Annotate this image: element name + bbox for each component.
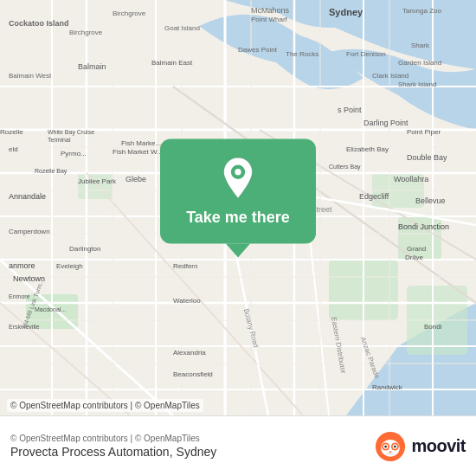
svg-text:Glebe: Glebe (125, 175, 146, 183)
svg-text:Balmain: Balmain (78, 62, 106, 71)
svg-text:Eveleigh: Eveleigh (56, 262, 83, 270)
popup-arrow (226, 244, 250, 258)
take-me-there-button[interactable]: Take me there (186, 209, 290, 227)
svg-text:Darling Point: Darling Point (363, 119, 408, 127)
svg-text:Jubilee Park: Jubilee Park (78, 177, 117, 185)
svg-text:Fort Denison: Fort Denison (346, 50, 386, 58)
moovit-logo: moovit (375, 431, 466, 462)
svg-text:Bellevue: Bellevue (415, 196, 446, 205)
moovit-brand-text: moovit (411, 436, 466, 456)
svg-text:Shark Island: Shark Island (398, 80, 436, 88)
svg-text:Randwick: Randwick (372, 383, 403, 391)
svg-text:Birchgrove: Birchgrove (113, 10, 146, 17)
map-attribution: © OpenStreetMap contributors | © OpenMap… (7, 399, 203, 412)
svg-text:Point Wharf: Point Wharf (251, 16, 288, 23)
svg-text:Taronga Zoo: Taronga Zoo (402, 7, 441, 15)
attribution-text: © OpenStreetMap contributors | © OpenMap… (10, 434, 216, 443)
svg-text:Darlington: Darlington (69, 245, 100, 253)
moovit-owl-icon (375, 431, 406, 462)
map-container: Oxford Street Botany Road Eastern Distri… (0, 0, 476, 415)
location-city: Sydney (177, 445, 217, 459)
svg-text:Bondi: Bondi (424, 323, 442, 331)
svg-text:Terminal: Terminal (48, 137, 71, 143)
svg-text:Camperdown: Camperdown (9, 228, 50, 235)
svg-text:Goat Island: Goat Island (164, 24, 200, 32)
svg-text:Annandale: Annandale (9, 192, 46, 201)
svg-text:Bondi Junction: Bondi Junction (398, 222, 449, 231)
svg-text:Rozelle Bay: Rozelle Bay (35, 168, 68, 175)
svg-text:Balmain West: Balmain West (9, 72, 52, 80)
svg-text:Clark Island: Clark Island (372, 72, 408, 80)
svg-text:Macdonal...: Macdonal... (35, 306, 66, 312)
svg-text:Birchgrove: Birchgrove (69, 29, 103, 36)
svg-text:Point Piper: Point Piper (407, 128, 441, 136)
svg-text:eld: eld (9, 145, 18, 153)
location-name: Provecta Process Automation, (10, 445, 173, 459)
svg-point-109 (385, 445, 388, 447)
bottom-bar-left: © OpenStreetMap contributors | © OpenMap… (10, 434, 216, 459)
svg-text:Rozelle: Rozelle (0, 128, 23, 136)
svg-text:Cockatoo Island: Cockatoo Island (9, 19, 69, 28)
svg-text:Enmore: Enmore (9, 293, 30, 299)
bottom-bar: © OpenStreetMap contributors | © OpenMap… (0, 415, 476, 476)
svg-text:Cutters Bay: Cutters Bay (329, 164, 361, 170)
svg-text:Grand: Grand (407, 245, 426, 253)
svg-text:Sydney: Sydney (329, 7, 363, 17)
svg-text:Balmain East: Balmain East (151, 59, 193, 67)
svg-text:Shark: Shark (411, 42, 430, 49)
svg-text:The Rocks: The Rocks (286, 50, 318, 58)
svg-text:Edgecliff: Edgecliff (359, 192, 389, 201)
svg-text:McMahons: McMahons (251, 6, 290, 15)
svg-text:Beaconsfield: Beaconsfield (173, 370, 213, 378)
svg-text:Pyrmo...: Pyrmo... (61, 150, 87, 158)
location-pin-icon (216, 157, 260, 200)
svg-text:Fish Marke...: Fish Marke... (121, 139, 161, 147)
svg-text:Waterloo: Waterloo (173, 297, 201, 305)
svg-text:Redfern: Redfern (173, 262, 197, 270)
svg-text:Fish Market W...: Fish Market W... (113, 148, 163, 156)
popup-card: Take me there (160, 139, 316, 244)
svg-text:anmore: anmore (9, 261, 35, 270)
svg-text:Elizabeth Bay: Elizabeth Bay (346, 145, 389, 153)
svg-text:Dawes Point: Dawes Point (238, 46, 278, 54)
svg-text:Double Bay: Double Bay (407, 153, 447, 162)
popup-overlay: Take me there (160, 139, 316, 258)
svg-text:Alexandria: Alexandria (173, 349, 206, 357)
svg-text:s Point: s Point (338, 106, 362, 114)
svg-text:White Bay Cruise: White Bay Cruise (48, 129, 94, 136)
svg-text:Woollahra: Woollahra (394, 175, 428, 183)
svg-text:Garden Island: Garden Island (398, 59, 441, 67)
svg-point-112 (394, 445, 396, 447)
svg-point-104 (235, 169, 241, 175)
svg-text:Dr/ive: Dr/ive (405, 254, 423, 261)
